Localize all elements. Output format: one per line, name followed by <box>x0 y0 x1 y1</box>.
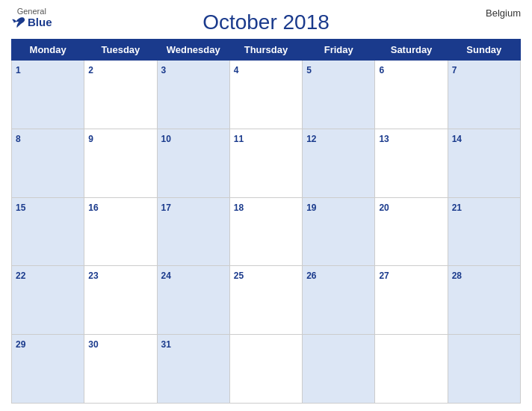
weekday-header-monday: Monday <box>12 40 84 61</box>
day-number: 9 <box>88 134 93 144</box>
calendar-day-cell: 13 <box>375 129 448 197</box>
calendar-day-cell <box>229 335 302 404</box>
day-number: 12 <box>306 134 316 144</box>
calendar-day-cell: 29 <box>12 335 84 404</box>
calendar-day-cell: 1 <box>12 61 84 129</box>
calendar-day-cell: 19 <box>303 197 375 266</box>
day-number: 23 <box>88 271 98 281</box>
day-number: 25 <box>234 271 244 281</box>
day-number: 11 <box>234 134 244 144</box>
calendar-day-cell: 8 <box>12 129 84 197</box>
calendar-day-cell: 14 <box>448 129 520 197</box>
calendar-day-cell: 11 <box>229 129 302 197</box>
day-number: 19 <box>306 203 316 213</box>
logo: General Blue <box>11 7 52 28</box>
day-number: 30 <box>88 339 98 350</box>
calendar-day-cell: 7 <box>448 61 520 129</box>
weekday-header-tuesday: Tuesday <box>84 40 157 61</box>
calendar-day-cell: 9 <box>84 129 157 197</box>
day-number: 10 <box>161 134 171 144</box>
calendar-day-cell: 16 <box>84 197 157 266</box>
day-number: 26 <box>306 271 316 281</box>
calendar-day-cell <box>303 335 375 404</box>
calendar-table: MondayTuesdayWednesdayThursdayFridaySatu… <box>11 39 521 404</box>
day-number: 21 <box>452 203 462 213</box>
calendar-header: General Blue October 2018 Belgium <box>11 7 521 34</box>
calendar-day-cell: 3 <box>157 61 229 129</box>
calendar-day-cell: 27 <box>375 266 448 335</box>
day-number: 17 <box>161 203 171 213</box>
day-number: 24 <box>161 271 171 281</box>
calendar-day-cell: 6 <box>375 61 448 129</box>
calendar-day-cell: 20 <box>375 197 448 266</box>
day-number: 3 <box>161 65 167 75</box>
country-label: Belgium <box>486 7 521 19</box>
weekday-header-saturday: Saturday <box>375 40 448 61</box>
calendar-day-cell: 5 <box>303 61 375 129</box>
day-number: 13 <box>379 134 389 144</box>
day-number: 2 <box>88 65 93 75</box>
calendar-day-cell: 26 <box>303 266 375 335</box>
day-number: 8 <box>16 134 21 144</box>
weekday-header-wednesday: Wednesday <box>157 40 229 61</box>
day-number: 28 <box>452 271 462 281</box>
calendar-day-cell: 17 <box>157 197 229 266</box>
day-number: 16 <box>88 203 98 213</box>
weekday-header-friday: Friday <box>303 40 375 61</box>
calendar-day-cell: 23 <box>84 266 157 335</box>
calendar-day-cell: 10 <box>157 129 229 197</box>
calendar-day-cell: 15 <box>12 197 84 266</box>
calendar-day-cell: 18 <box>229 197 302 266</box>
day-number: 14 <box>452 134 462 144</box>
calendar-day-cell <box>448 335 520 404</box>
logo-blue-text: Blue <box>11 16 52 28</box>
calendar-day-cell: 21 <box>448 197 520 266</box>
day-number: 27 <box>379 271 389 281</box>
weekday-header-row: MondayTuesdayWednesdayThursdayFridaySatu… <box>12 40 521 61</box>
calendar-day-cell: 12 <box>303 129 375 197</box>
day-number: 18 <box>234 203 244 213</box>
calendar-title: October 2018 <box>202 10 330 34</box>
day-number: 1 <box>16 65 21 75</box>
day-number: 22 <box>16 271 25 281</box>
calendar-week-row: 15161718192021 <box>12 197 521 266</box>
title-block: October 2018 <box>202 10 330 34</box>
day-number: 7 <box>452 65 457 75</box>
calendar-day-cell: 28 <box>448 266 520 335</box>
day-number: 20 <box>379 203 389 213</box>
calendar-week-row: 293031 <box>12 335 521 404</box>
calendar-day-cell: 4 <box>229 61 302 129</box>
day-number: 15 <box>16 203 25 213</box>
day-number: 5 <box>306 65 312 75</box>
calendar-day-cell: 22 <box>12 266 84 335</box>
day-number: 29 <box>16 339 25 350</box>
day-number: 6 <box>379 65 384 75</box>
calendar-day-cell: 30 <box>84 335 157 404</box>
calendar-day-cell: 24 <box>157 266 229 335</box>
day-number: 31 <box>161 339 171 350</box>
calendar-day-cell: 31 <box>157 335 229 404</box>
logo-bird-icon <box>11 16 26 28</box>
calendar-week-row: 22232425262728 <box>12 266 521 335</box>
calendar-week-row: 1234567 <box>12 61 521 129</box>
calendar-week-row: 891011121314 <box>12 129 521 197</box>
calendar-day-cell: 2 <box>84 61 157 129</box>
weekday-header-thursday: Thursday <box>229 40 302 61</box>
logo-general-text: General <box>17 7 46 16</box>
day-number: 4 <box>234 65 239 75</box>
calendar-day-cell <box>375 335 448 404</box>
calendar-day-cell: 25 <box>229 266 302 335</box>
weekday-header-sunday: Sunday <box>448 40 520 61</box>
